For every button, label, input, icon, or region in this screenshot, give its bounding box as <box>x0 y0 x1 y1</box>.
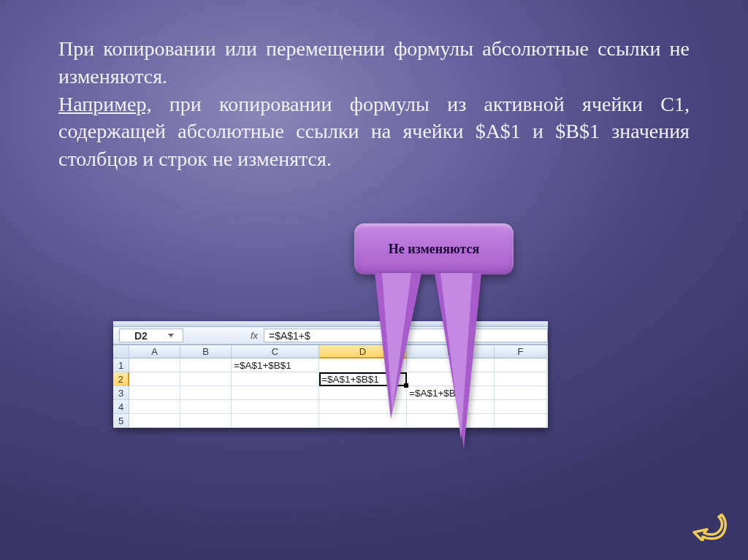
slide-text: При копировании или перемещении формулы … <box>58 35 690 173</box>
formula-bar-buttons: fx <box>183 330 264 341</box>
name-box-value: D2 <box>134 330 148 342</box>
select-all-corner[interactable] <box>113 345 129 358</box>
cell-B5[interactable] <box>180 414 232 428</box>
cell-A4[interactable] <box>129 400 180 414</box>
cell-F2[interactable] <box>495 372 547 386</box>
cell-A1[interactable] <box>129 358 180 372</box>
cell-B2[interactable] <box>180 372 232 386</box>
back-arrow-icon <box>692 509 728 541</box>
paragraph-2-rest: при копировании формулы из активной ячей… <box>58 93 690 171</box>
row-header-5[interactable]: 5 <box>113 414 129 428</box>
col-header-C[interactable]: C <box>232 345 319 358</box>
row-header-4[interactable]: 4 <box>113 400 129 414</box>
cell-C4[interactable] <box>232 400 319 414</box>
callout-label: Не изменяются <box>389 242 480 257</box>
row-header-2[interactable]: 2 <box>113 372 129 386</box>
col-header-B[interactable]: B <box>180 345 232 358</box>
cell-B4[interactable] <box>180 400 232 414</box>
fx-icon[interactable]: fx <box>251 330 258 341</box>
formula-bar-row: D2 fx =$A$1+$ <box>113 327 548 345</box>
col-header-A[interactable]: A <box>129 345 180 358</box>
cell-B3[interactable] <box>180 386 232 400</box>
paragraph-1: При копировании или перемещении формулы … <box>58 37 690 88</box>
back-arrow-button[interactable] <box>692 509 728 541</box>
formula-bar-text: =$A$1+$ <box>269 330 310 342</box>
paragraph-2-lead: Например, <box>58 93 151 115</box>
row-header-3[interactable]: 3 <box>113 386 129 400</box>
cell-A2[interactable] <box>129 372 180 386</box>
cell-C3[interactable] <box>232 386 319 400</box>
name-box[interactable]: D2 <box>119 329 183 342</box>
cell-B1[interactable] <box>180 358 232 372</box>
cell-A3[interactable] <box>129 386 180 400</box>
row-header-1[interactable]: 1 <box>113 358 129 372</box>
chevron-down-icon[interactable] <box>168 334 174 337</box>
col-header-F[interactable]: F <box>495 345 547 358</box>
cell-F4[interactable] <box>495 400 547 414</box>
cell-A5[interactable] <box>129 414 180 428</box>
cell-F3[interactable] <box>495 386 547 400</box>
cell-C1[interactable]: =$A$1+$B$1 <box>232 358 319 372</box>
excel-fragment: D2 fx =$A$1+$ A B C D E F 1 =$A$1+$B$1 2… <box>113 321 548 428</box>
cell-C5[interactable] <box>232 414 319 428</box>
cell-C2[interactable] <box>232 372 319 386</box>
callout-box: Не изменяются <box>354 223 514 275</box>
cell-F5[interactable] <box>495 414 547 428</box>
cell-F1[interactable] <box>495 358 547 372</box>
spreadsheet-grid[interactable]: A B C D E F 1 =$A$1+$B$1 2 =$A$1+$B$1 3 … <box>113 345 548 428</box>
callout: Не изменяются <box>354 223 514 275</box>
